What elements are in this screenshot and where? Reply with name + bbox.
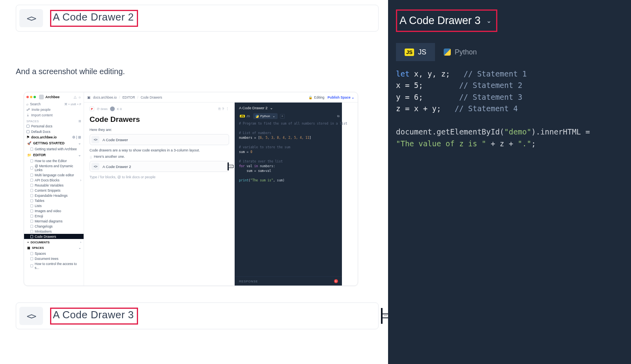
space-docs-archbee[interactable]: ⚑docs.archbee.io⚙ | ⊞ <box>26 135 81 140</box>
sidebar-item[interactable]: Spaces <box>26 251 81 256</box>
sidebar-item[interactable]: Changelogs <box>26 224 81 229</box>
sidebar-item[interactable]: Minitaskers <box>26 229 81 234</box>
personal-docs[interactable]: Personal docs <box>26 124 81 129</box>
sidebar-item[interactable]: @ Mentions and Dynamic Links <box>26 163 81 172</box>
python-tab[interactable]: Python <box>435 43 485 61</box>
page-title[interactable]: Code Drawers <box>90 115 229 124</box>
editor-screenshot: Archbee △ ☼ ⌕Search⌘ + shift + F ☍Invite… <box>24 92 358 286</box>
sidebar-item[interactable]: Images and video <box>26 208 81 213</box>
preview-title: A Code Drawer 3 <box>400 15 481 27</box>
sidebar-item[interactable]: How to control the access to s... <box>26 261 81 270</box>
author-avatar[interactable] <box>110 106 115 111</box>
copy-icon[interactable]: ⧉ <box>337 114 340 118</box>
editing-indicator: 🔒Editing <box>308 95 325 99</box>
preview-tabs: JSJS Python⌄ + ⧉ <box>235 113 342 119</box>
code-drawer-3-header[interactable]: <> A Code Drawer 3 <box>16 302 379 329</box>
paragraph[interactable]: Here's another one. <box>94 155 125 159</box>
doc-icon <box>30 225 33 228</box>
sidebar-item[interactable]: Document trees <box>26 256 81 261</box>
drag-dots-icon[interactable]: ⠿ <box>90 156 92 160</box>
sidebar-item[interactable]: Emoji <box>26 213 81 218</box>
python-tab[interactable]: Python⌄ <box>253 113 278 119</box>
publish-button[interactable]: Publish Space ⌄ <box>328 95 355 99</box>
chevron-down-icon: ⌄ <box>273 114 275 118</box>
space-icon: ⚑ <box>26 135 30 139</box>
caption-text: And a screenshot while editing. <box>16 67 379 76</box>
paragraph[interactable]: Code drawers are a way to show code exam… <box>90 148 229 152</box>
preview-code[interactable]: # Program to find the sum of all numbers… <box>235 119 342 276</box>
gs-item[interactable]: Getting started with Archbee <box>26 146 81 151</box>
search-icon: ⌕ <box>26 102 28 106</box>
sidebar-item[interactable]: Tables <box>26 198 81 203</box>
doc-icon <box>30 204 33 207</box>
doc-icon <box>30 174 33 177</box>
sidebar-item[interactable]: Expandable Headings <box>26 193 81 198</box>
code-icon: <> <box>91 163 99 170</box>
add-space-icon[interactable]: ⊞ <box>78 119 81 123</box>
mini-code-drawer-2[interactable]: <> A Code Drawer 2 ⋯ <box>90 161 229 172</box>
mini-drawer-title: A Code Drawer 2 <box>103 164 131 169</box>
spaces-section: SPACES <box>26 119 39 123</box>
more-icon[interactable]: ⋮ <box>226 107 229 111</box>
mini-code-drawer-1[interactable]: <> A Code Drawer <box>90 134 229 145</box>
js-tab[interactable]: JSJS <box>237 113 252 119</box>
invite-link[interactable]: ☍Invite people <box>26 107 81 112</box>
paragraph[interactable]: Here they are: <box>90 128 229 132</box>
sidebar-item[interactable]: Content Snippets <box>26 188 81 193</box>
bell-icon[interactable]: △ <box>74 95 77 99</box>
preview-title[interactable]: A Code Drawer 2⌄ <box>235 103 342 113</box>
screenshot-topbar: ▣ docs.archbee.io/ EDITOR/ Code Drawers … <box>84 92 358 103</box>
breadcrumb[interactable]: ▣ docs.archbee.io/ EDITOR/ Code Drawers <box>87 95 162 99</box>
p-badge[interactable]: P <box>90 106 94 111</box>
placeholder-hint[interactable]: Type / for blocks, @ to link docs or peo… <box>90 175 229 179</box>
column-drag-handle[interactable]: ⋯ <box>381 308 388 324</box>
add-tab-button[interactable]: + <box>280 114 285 119</box>
js-tab[interactable]: JSJS <box>396 43 435 61</box>
mac-traffic-lights <box>26 96 36 98</box>
getting-started-group[interactable]: 🚀GETTING STARTED⌄ <box>26 140 81 146</box>
doc-icon <box>30 209 33 213</box>
read-time: ⏱ 0min <box>97 107 108 111</box>
help-icon[interactable]: ? <box>222 107 224 111</box>
code-preview-pane: A Code Drawer 2⌄ JSJS Python⌄ + ⧉ # Prog… <box>235 103 342 286</box>
code-drawer-2-header[interactable]: <> A Code Drawer 2 <box>16 5 379 32</box>
highlight-box: A Code Drawer 2 <box>50 10 138 27</box>
doc-icon <box>30 199 33 202</box>
sidebar-item[interactable]: Lists <box>26 203 81 208</box>
code-drawer-2-title: A Code Drawer 2 <box>50 10 138 27</box>
python-icon <box>256 115 259 118</box>
search-link[interactable]: ⌕Search⌘ + shift + F <box>26 102 81 106</box>
doc-icon <box>30 252 33 255</box>
python-icon <box>444 49 451 56</box>
brand-name: Archbee <box>45 95 60 99</box>
documents-group[interactable]: ≡DOCUMENTS› <box>26 240 81 245</box>
sidebar-item[interactable]: API Docs Blocks› <box>26 177 81 183</box>
doc-icon <box>30 159 33 162</box>
spaces-group[interactable]: ▦SPACES⌄ <box>26 245 81 250</box>
code-icon: <> <box>19 307 43 325</box>
brand-avatar <box>39 95 44 99</box>
import-icon: ⇣ <box>26 113 30 117</box>
preview-title-selector[interactable]: A Code Drawer 3 ⌄ <box>396 9 497 32</box>
sidebar-item[interactable]: Multi language code editor <box>26 172 81 177</box>
doc-icon <box>30 220 33 223</box>
response-section[interactable]: RESPONSE1 <box>235 276 342 286</box>
code-editor[interactable]: let x, y, z; // Statement 1 x = 5; // St… <box>396 68 622 149</box>
doc-icon <box>30 189 33 192</box>
doc-icon <box>30 215 33 218</box>
link-icon[interactable]: ⎘ <box>218 107 220 111</box>
settings-icon[interactable]: ☼ <box>78 95 81 99</box>
sidebar-item[interactable]: Reusable Variables <box>26 183 81 188</box>
sidebar-item[interactable]: How to use the Editor <box>26 158 81 163</box>
screenshot-main: ▣ docs.archbee.io/ EDITOR/ Code Drawers … <box>84 92 358 286</box>
import-link[interactable]: ⇣Import content <box>26 113 81 118</box>
crumb-icon: ▣ <box>87 95 91 99</box>
editor-group[interactable]: 📁EDITOR⌄ <box>26 152 81 157</box>
document-editor[interactable]: P ⏱ 0min K 0 ⎘ ? ⋮ Code Drawers <box>84 103 235 286</box>
default-docs[interactable]: Default Docs <box>26 129 81 134</box>
sidebar-item[interactable]: Code Drawers <box>24 234 84 239</box>
column-drag-handle[interactable]: ⋯ <box>228 162 233 170</box>
js-icon: JS <box>405 49 414 56</box>
sidebar-item[interactable]: Mermaid diagrams <box>26 218 81 224</box>
search-shortcut: ⌘ + shift + F <box>64 103 81 106</box>
